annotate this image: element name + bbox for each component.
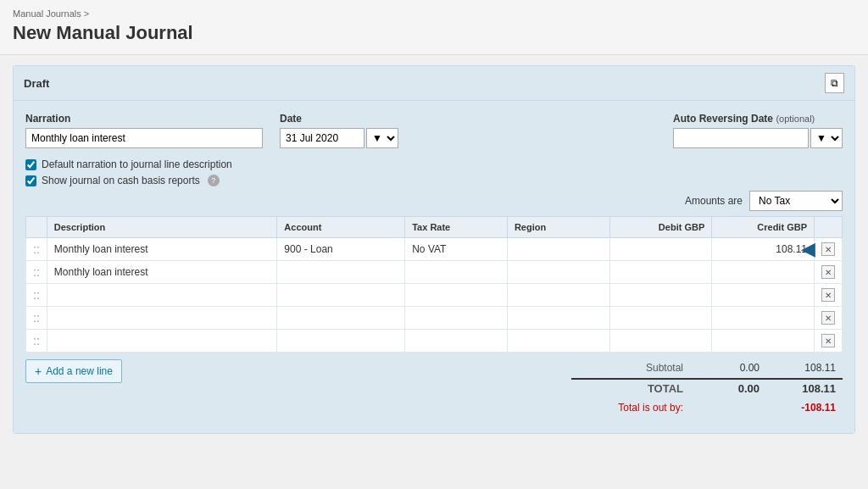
debit-cell-3[interactable]	[609, 307, 712, 330]
delete-button-0[interactable]: ✕	[821, 242, 835, 256]
delete-button-4[interactable]: ✕	[821, 334, 835, 347]
taxrate-cell-3[interactable]	[405, 307, 508, 330]
total-row: TOTAL 0.00 108.11	[571, 378, 843, 397]
drag-cell-1: ::	[26, 261, 47, 284]
auto-reversing-group: Auto Reversing Date (optional) ▼	[673, 113, 843, 148]
taxrate-cell-2[interactable]	[405, 284, 508, 307]
amounts-row: Amounts are No Tax No Tax	[25, 191, 843, 211]
out-by-value: -108.11	[766, 399, 843, 416]
col-region: Region	[507, 217, 609, 238]
drag-handle-3[interactable]: ::	[33, 311, 40, 325]
account-cell-3[interactable]	[277, 307, 405, 330]
col-drag	[26, 217, 47, 238]
card-body: Narration Date ▼ Auto Reversing Date (op…	[14, 101, 854, 433]
taxrate-cell-0[interactable]: No VAT	[405, 238, 508, 261]
account-cell-1[interactable]	[277, 261, 405, 284]
table-row: :: ✕	[26, 307, 843, 330]
totals-section: Subtotal 0.00 108.11 TOTAL 0.00 108.11 T…	[571, 359, 843, 418]
drag-handle-4[interactable]: ::	[33, 334, 40, 347]
credit-cell-0[interactable]: 108.11 ◀	[712, 238, 815, 261]
drag-handle-2[interactable]: ::	[33, 288, 40, 302]
auto-reversing-label: Auto Reversing Date (optional)	[673, 113, 843, 125]
help-icon[interactable]: ?	[208, 175, 220, 186]
region-cell-1[interactable]	[507, 261, 609, 284]
checkbox-cashbasis[interactable]	[25, 175, 36, 186]
copy-button[interactable]: ⧉	[825, 73, 844, 93]
region-cell-2[interactable]	[507, 284, 609, 307]
col-debit: Debit GBP	[609, 217, 712, 238]
card-status: Draft	[24, 77, 49, 90]
delete-button-1[interactable]: ✕	[821, 265, 835, 279]
drag-cell-3: ::	[26, 307, 47, 330]
col-description: Description	[47, 217, 277, 238]
table-row: :: ✕	[26, 330, 843, 353]
col-account: Account	[277, 217, 405, 238]
subtotal-credit: 108.11	[766, 359, 843, 376]
checkbox-narration-row: Default narration to journal line descri…	[25, 158, 843, 170]
breadcrumb-separator: >	[84, 8, 89, 19]
auto-reversing-dropdown[interactable]: ▼	[810, 128, 843, 148]
journal-card: Draft ⧉ Narration Date ▼ Auto	[13, 65, 855, 434]
taxrate-cell-4[interactable]	[405, 330, 508, 353]
table-row: :: Monthly loan interest 900 - Loan No V…	[26, 238, 843, 261]
delete-cell-4: ✕	[815, 330, 843, 353]
credit-cell-2[interactable]	[712, 284, 815, 307]
journal-table: Description Account Tax Rate Region Debi…	[25, 216, 843, 353]
col-credit: Credit GBP	[712, 217, 815, 238]
delete-button-3[interactable]: ✕	[821, 311, 835, 325]
region-cell-4[interactable]	[507, 330, 609, 353]
col-taxrate: Tax Rate	[405, 217, 508, 238]
breadcrumb[interactable]: Manual Journals >	[13, 8, 855, 19]
total-debit: 0.00	[690, 380, 766, 397]
checkbox-narration[interactable]	[25, 159, 36, 170]
table-row: :: Monthly loan interest ✕	[26, 261, 843, 284]
amounts-select[interactable]: No Tax No Tax	[749, 191, 843, 211]
debit-cell-4[interactable]	[609, 330, 712, 353]
credit-cell-3[interactable]	[712, 307, 815, 330]
credit-cell-4[interactable]	[712, 330, 815, 353]
account-cell-0[interactable]: 900 - Loan	[277, 238, 405, 261]
amounts-label: Amounts are	[685, 195, 743, 207]
card-header: Draft ⧉	[14, 66, 854, 101]
delete-cell-0: ✕	[815, 238, 843, 261]
breadcrumb-parent[interactable]: Manual Journals	[13, 8, 81, 19]
subtotal-debit: 0.00	[690, 359, 766, 376]
out-by-label: Total is out by:	[571, 399, 690, 416]
account-cell-4[interactable]	[277, 330, 405, 353]
description-cell-4[interactable]	[47, 330, 277, 353]
page-title: New Manual Journal	[13, 22, 855, 44]
description-cell-2[interactable]	[47, 284, 277, 307]
page-header: Manual Journals > New Manual Journal	[0, 0, 868, 55]
delete-cell-2: ✕	[815, 284, 843, 307]
table-row: :: ✕	[26, 284, 843, 307]
date-dropdown[interactable]: ▼	[366, 128, 398, 148]
drag-cell-4: ::	[26, 330, 47, 353]
date-input[interactable]	[280, 128, 364, 148]
auto-reversing-input[interactable]	[673, 128, 809, 148]
add-line-label: Add a new line	[46, 365, 113, 377]
taxrate-cell-1[interactable]	[405, 261, 508, 284]
narration-input[interactable]	[25, 128, 263, 148]
drag-cell-0: ::	[26, 238, 47, 261]
date-label: Date	[280, 113, 398, 125]
debit-cell-0[interactable]	[609, 238, 712, 261]
delete-button-2[interactable]: ✕	[821, 288, 835, 302]
description-cell-0[interactable]: Monthly loan interest	[47, 238, 277, 261]
total-credit: 108.11	[766, 380, 843, 397]
region-cell-0[interactable]	[507, 238, 609, 261]
drag-handle-1[interactable]: ::	[33, 265, 40, 279]
account-cell-2[interactable]	[277, 284, 405, 307]
out-by-row: Total is out by: -108.11	[571, 399, 843, 416]
credit-cell-1[interactable]	[712, 261, 815, 284]
drag-handle-0[interactable]: ::	[33, 242, 40, 256]
checkbox-cashbasis-row: Show journal on cash basis reports ?	[25, 175, 843, 186]
description-cell-3[interactable]	[47, 307, 277, 330]
debit-cell-1[interactable]	[609, 261, 712, 284]
debit-cell-2[interactable]	[609, 284, 712, 307]
narration-label: Narration	[25, 113, 263, 125]
subtotal-label: Subtotal	[571, 359, 690, 376]
region-cell-3[interactable]	[507, 307, 609, 330]
description-cell-1[interactable]: Monthly loan interest	[47, 261, 277, 284]
add-line-button[interactable]: + Add a new line	[25, 359, 122, 383]
delete-cell-3: ✕	[815, 307, 843, 330]
